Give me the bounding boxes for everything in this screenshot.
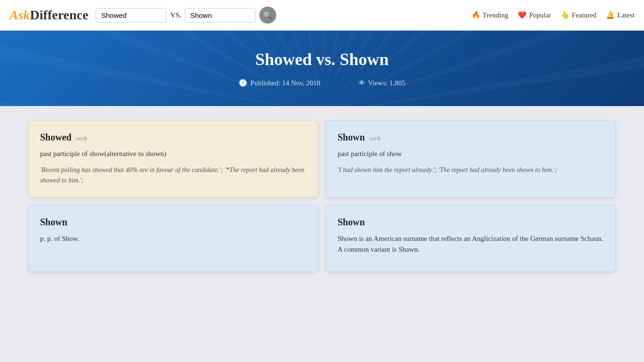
card-showed-word: Showed: [40, 132, 72, 143]
card-shown-verb-title: Shown verb: [338, 132, 604, 143]
eye-icon: 👁: [358, 79, 365, 87]
trending-icon: 🔥: [471, 11, 480, 19]
nav-featured[interactable]: 👆 Featured: [561, 11, 596, 19]
card-shown-definition: past participle of show: [338, 148, 604, 159]
card-shown-surname-word: Shown: [338, 217, 365, 228]
card-showed-verb: Showed verb past participle of show(alte…: [28, 120, 318, 197]
hero-title: Showed vs. Shown: [9, 49, 635, 69]
search-icon: 🔍: [263, 11, 272, 20]
latest-label: Latest: [617, 11, 635, 19]
nav-links: 🔥 Trending ❤️ Popular 👆 Featured 🔔 Lates…: [471, 11, 635, 19]
card-showed-verb-title: Showed verb: [40, 132, 306, 143]
card-showed-example: 'Recent polling has showed that 40% are …: [40, 165, 306, 186]
featured-icon: 👆: [561, 11, 570, 19]
logo-difference: Difference: [30, 8, 89, 23]
card-showed-pos: verb: [76, 135, 87, 142]
card-shown-word: Shown: [338, 132, 365, 143]
search-area: VS. 🔍: [96, 7, 294, 24]
logo[interactable]: AskDifference: [9, 8, 88, 23]
nav-popular[interactable]: ❤️ Popular: [518, 11, 551, 19]
popular-label: Popular: [529, 11, 551, 19]
card-shown-surname-definition: Shown is an American surname that reflec…: [338, 233, 604, 255]
card-shown-pp: Shown p. p. of Show.: [28, 205, 318, 272]
card-shown-example: 'I had shown him the report already.'; '…: [338, 165, 604, 175]
bottom-cards-grid: Shown p. p. of Show. Shown Shown is an A…: [28, 205, 616, 272]
card-shown-pp-definition: p. p. of Show.: [40, 233, 306, 244]
main-content: Showed verb past participle of show(alte…: [0, 106, 644, 286]
trending-label: Trending: [483, 11, 508, 19]
hero-meta: 🕐 Published: 14 Nov, 2018 👁 Views: 1,805: [9, 79, 635, 87]
card-showed-definition: past participle of show(alternative to s…: [40, 148, 306, 159]
card-shown-surname-title: Shown: [338, 217, 604, 228]
views-label: Views: 1,805: [368, 79, 405, 87]
header: AskDifference VS. 🔍 🔥 Trending ❤️ Popula…: [0, 0, 644, 31]
card-shown-surname: Shown Shown is an American surname that …: [326, 205, 616, 272]
popular-icon: ❤️: [518, 11, 527, 19]
card-shown-verb: Shown verb past participle of show 'I ha…: [326, 120, 616, 197]
views-meta: 👁 Views: 1,805: [358, 79, 405, 87]
nav-latest[interactable]: 🔔 Latest: [606, 11, 635, 19]
clock-icon: 🕐: [239, 79, 248, 87]
nav-trending[interactable]: 🔥 Trending: [471, 11, 508, 19]
published-meta: 🕐 Published: 14 Nov, 2018: [239, 79, 320, 87]
search-right-input[interactable]: [185, 8, 256, 23]
featured-label: Featured: [572, 11, 596, 19]
published-label: Published: 14 Nov, 2018: [250, 79, 320, 87]
hero-banner: Showed vs. Shown 🕐 Published: 14 Nov, 20…: [0, 31, 644, 106]
top-cards-grid: Showed verb past participle of show(alte…: [28, 120, 616, 197]
logo-ask: Ask: [9, 8, 30, 23]
card-shown-pp-title: Shown: [40, 217, 306, 228]
card-shown-pp-word: Shown: [40, 217, 67, 228]
vs-label: VS.: [170, 11, 181, 19]
card-shown-pos: verb: [370, 135, 380, 142]
search-left-input[interactable]: [96, 8, 166, 23]
search-button[interactable]: 🔍: [259, 7, 276, 24]
latest-icon: 🔔: [606, 11, 615, 19]
